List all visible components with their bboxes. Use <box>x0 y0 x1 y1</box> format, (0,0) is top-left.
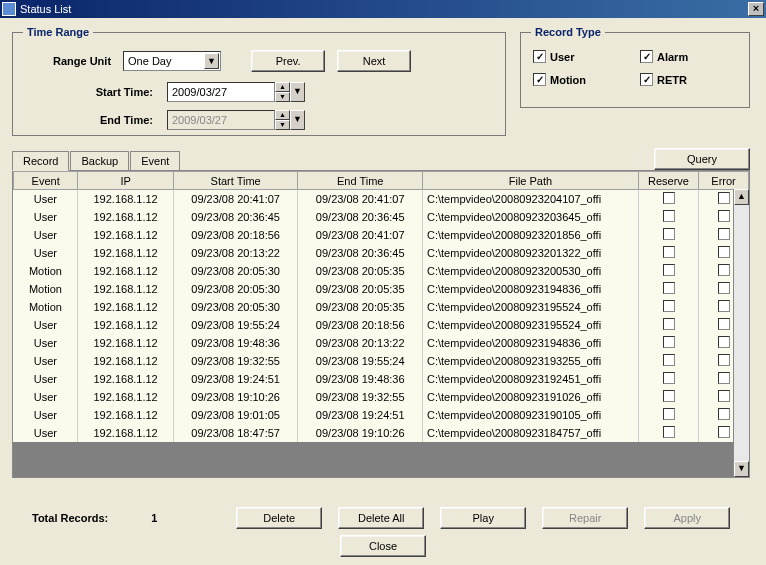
user-checkbox[interactable]: ✓User <box>533 50 630 63</box>
query-button[interactable]: Query <box>654 148 750 170</box>
table-row[interactable]: User192.168.1.1209/23/08 19:10:2609/23/0… <box>14 388 749 406</box>
delete-button[interactable]: Delete <box>236 507 322 529</box>
table-row[interactable]: Motion192.168.1.1209/23/08 20:05:3009/23… <box>14 280 749 298</box>
table-row[interactable]: Motion192.168.1.1209/23/08 20:05:3009/23… <box>14 298 749 316</box>
next-button[interactable]: Next <box>337 50 411 72</box>
cell-end: 09/23/08 19:48:36 <box>298 370 423 388</box>
titlebar: Status List × <box>0 0 766 18</box>
cell-start: 09/23/08 19:10:26 <box>173 388 298 406</box>
close-icon[interactable]: × <box>748 2 764 16</box>
tab-backup[interactable]: Backup <box>70 151 129 170</box>
cell-end: 09/23/08 20:05:35 <box>298 298 423 316</box>
range-unit-value: One Day <box>128 55 171 67</box>
table-empty-area <box>13 442 733 478</box>
cell-reserve[interactable] <box>638 388 698 406</box>
apply-button: Apply <box>644 507 730 529</box>
table-row[interactable]: User192.168.1.1209/23/08 20:41:0709/23/0… <box>14 190 749 208</box>
cell-ip: 192.168.1.12 <box>78 226 174 244</box>
cell-file: C:\tempvideo\20080923195524_offi <box>422 316 638 334</box>
col-start[interactable]: Start Time <box>173 172 298 190</box>
cell-end: 09/23/08 19:10:26 <box>298 424 423 442</box>
start-time-input[interactable]: 2009/03/27 <box>167 82 275 102</box>
end-time-spinner[interactable]: ▲▼ <box>275 110 290 130</box>
col-end[interactable]: End Time <box>298 172 423 190</box>
col-ip[interactable]: IP <box>78 172 174 190</box>
cell-reserve[interactable] <box>638 370 698 388</box>
cell-file: C:\tempvideo\20080923192451_offi <box>422 370 638 388</box>
col-file[interactable]: File Path <box>422 172 638 190</box>
delete-all-button[interactable]: Delete All <box>338 507 424 529</box>
total-records-value: 1 <box>124 512 184 524</box>
cell-reserve[interactable] <box>638 352 698 370</box>
cell-event: User <box>14 316 78 334</box>
table-row[interactable]: User192.168.1.1209/23/08 20:13:2209/23/0… <box>14 244 749 262</box>
table-row[interactable]: User192.168.1.1209/23/08 19:24:5109/23/0… <box>14 370 749 388</box>
start-time-spinner[interactable]: ▲▼ <box>275 82 290 102</box>
table-row[interactable]: User192.168.1.1209/23/08 20:18:5609/23/0… <box>14 226 749 244</box>
cell-event: User <box>14 190 78 208</box>
cell-ip: 192.168.1.12 <box>78 208 174 226</box>
cell-event: Motion <box>14 280 78 298</box>
cell-event: User <box>14 334 78 352</box>
cell-reserve[interactable] <box>638 208 698 226</box>
tab-record[interactable]: Record <box>12 151 69 171</box>
cell-end: 09/23/08 20:36:45 <box>298 208 423 226</box>
cell-event: User <box>14 244 78 262</box>
cell-file: C:\tempvideo\20080923204107_offi <box>422 190 638 208</box>
cell-file: C:\tempvideo\20080923191026_offi <box>422 388 638 406</box>
cell-ip: 192.168.1.12 <box>78 316 174 334</box>
range-unit-combo[interactable]: One Day ▼ <box>123 51 221 71</box>
record-type-group: Record Type ✓User ✓Alarm ✓Motion ✓RETR <box>520 26 750 108</box>
cell-start: 09/23/08 20:41:07 <box>173 190 298 208</box>
col-reserve[interactable]: Reserve <box>638 172 698 190</box>
scroll-down-icon[interactable]: ▼ <box>734 461 749 477</box>
cell-start: 09/23/08 20:13:22 <box>173 244 298 262</box>
cell-start: 09/23/08 19:24:51 <box>173 370 298 388</box>
cell-file: C:\tempvideo\20080923194836_offi <box>422 280 638 298</box>
cell-reserve[interactable] <box>638 244 698 262</box>
cell-end: 09/23/08 20:41:07 <box>298 190 423 208</box>
scroll-up-icon[interactable]: ▲ <box>734 189 749 205</box>
cell-reserve[interactable] <box>638 190 698 208</box>
cell-file: C:\tempvideo\20080923201856_offi <box>422 226 638 244</box>
tab-event[interactable]: Event <box>130 151 180 170</box>
table-row[interactable]: User192.168.1.1209/23/08 19:01:0509/23/0… <box>14 406 749 424</box>
cell-reserve[interactable] <box>638 406 698 424</box>
cell-ip: 192.168.1.12 <box>78 370 174 388</box>
app-icon <box>2 2 16 16</box>
cell-reserve[interactable] <box>638 262 698 280</box>
alarm-checkbox[interactable]: ✓Alarm <box>640 50 737 63</box>
cell-reserve[interactable] <box>638 424 698 442</box>
cell-start: 09/23/08 20:05:30 <box>173 262 298 280</box>
cell-event: User <box>14 424 78 442</box>
end-time-dropdown[interactable]: ▼ <box>290 110 305 130</box>
cell-file: C:\tempvideo\20080923193255_offi <box>422 352 638 370</box>
cell-reserve[interactable] <box>638 316 698 334</box>
cell-start: 09/23/08 20:05:30 <box>173 298 298 316</box>
prev-button[interactable]: Prev. <box>251 50 325 72</box>
table-row[interactable]: User192.168.1.1209/23/08 19:55:2409/23/0… <box>14 316 749 334</box>
table-row[interactable]: User192.168.1.1209/23/08 20:36:4509/23/0… <box>14 208 749 226</box>
retr-checkbox[interactable]: ✓RETR <box>640 73 737 86</box>
cell-reserve[interactable] <box>638 298 698 316</box>
table-row[interactable]: User192.168.1.1209/23/08 19:32:5509/23/0… <box>14 352 749 370</box>
chevron-down-icon[interactable]: ▼ <box>204 53 219 69</box>
cell-reserve[interactable] <box>638 226 698 244</box>
cell-reserve[interactable] <box>638 280 698 298</box>
cell-file: C:\tempvideo\20080923184757_offi <box>422 424 638 442</box>
play-button[interactable]: Play <box>440 507 526 529</box>
scroll-track[interactable] <box>734 205 749 461</box>
col-event[interactable]: Event <box>14 172 78 190</box>
table-row[interactable]: User192.168.1.1209/23/08 19:48:3609/23/0… <box>14 334 749 352</box>
cell-event: Motion <box>14 262 78 280</box>
table-row[interactable]: Motion192.168.1.1209/23/08 20:05:3009/23… <box>14 262 749 280</box>
cell-reserve[interactable] <box>638 334 698 352</box>
vertical-scrollbar[interactable]: ▲ ▼ <box>733 189 749 477</box>
close-button[interactable]: Close <box>340 535 426 557</box>
col-error[interactable]: Error <box>699 172 749 190</box>
cell-ip: 192.168.1.12 <box>78 352 174 370</box>
cell-file: C:\tempvideo\20080923201322_offi <box>422 244 638 262</box>
table-row[interactable]: User192.168.1.1209/23/08 18:47:5709/23/0… <box>14 424 749 442</box>
start-time-dropdown[interactable]: ▼ <box>290 82 305 102</box>
motion-checkbox[interactable]: ✓Motion <box>533 73 630 86</box>
